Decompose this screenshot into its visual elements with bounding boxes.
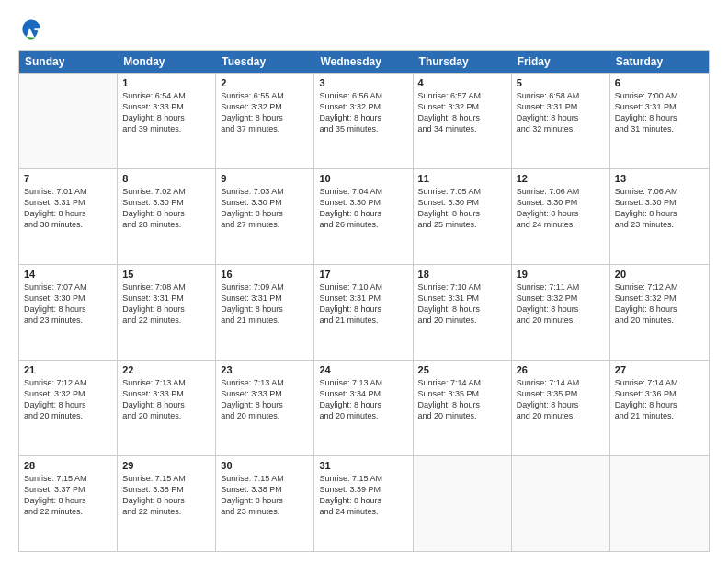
day-cell-24: 24Sunrise: 7:13 AMSunset: 3:34 PMDayligh… [314,361,413,455]
day-number: 9 [221,173,309,184]
day-number: 5 [517,77,605,88]
day-number: 17 [319,269,407,280]
day-cell-3: 3Sunrise: 6:56 AMSunset: 3:32 PMDaylight… [314,74,413,168]
day-number: 4 [418,77,506,88]
day-number: 31 [319,460,407,471]
day-details: Sunrise: 7:14 AMSunset: 3:35 PMDaylight:… [517,377,605,422]
day-details: Sunrise: 7:14 AMSunset: 3:36 PMDaylight:… [615,377,704,422]
day-cell-10: 10Sunrise: 7:04 AMSunset: 3:30 PMDayligh… [314,169,413,264]
day-cell-28: 28Sunrise: 7:15 AMSunset: 3:37 PMDayligh… [19,456,118,551]
day-number: 19 [517,269,605,280]
day-details: Sunrise: 7:11 AMSunset: 3:32 PMDaylight:… [517,282,605,327]
day-details: Sunrise: 7:06 AMSunset: 3:30 PMDaylight:… [517,186,605,231]
day-cell-16: 16Sunrise: 7:09 AMSunset: 3:31 PMDayligh… [216,265,314,360]
day-cell-25: 25Sunrise: 7:14 AMSunset: 3:35 PMDayligh… [414,361,512,455]
day-number: 24 [319,364,407,375]
day-details: Sunrise: 6:55 AMSunset: 3:32 PMDaylight:… [221,90,309,135]
day-number: 12 [517,173,605,184]
header-day-saturday: Saturday [610,51,709,73]
day-cell-6: 6Sunrise: 7:00 AMSunset: 3:31 PMDaylight… [610,74,709,168]
page: SundayMondayTuesdayWednesdayThursdayFrid… [0,0,728,563]
day-details: Sunrise: 7:12 AMSunset: 3:32 PMDaylight:… [24,377,112,422]
day-number: 30 [221,460,309,471]
day-number: 22 [122,364,210,375]
calendar-row-1: 7Sunrise: 7:01 AMSunset: 3:31 PMDaylight… [19,168,709,264]
header-day-sunday: Sunday [19,51,118,73]
logo-icon [18,17,44,42]
header-day-friday: Friday [512,51,610,73]
day-cell-18: 18Sunrise: 7:10 AMSunset: 3:31 PMDayligh… [414,265,512,360]
day-cell-11: 11Sunrise: 7:05 AMSunset: 3:30 PMDayligh… [414,169,512,264]
header-day-thursday: Thursday [414,51,512,73]
day-cell-4: 4Sunrise: 6:57 AMSunset: 3:32 PMDaylight… [414,74,512,168]
day-number: 21 [24,364,112,375]
day-details: Sunrise: 6:54 AMSunset: 3:33 PMDaylight:… [122,90,210,135]
calendar: SundayMondayTuesdayWednesdayThursdayFrid… [18,50,710,552]
day-number: 15 [122,269,210,280]
calendar-header: SundayMondayTuesdayWednesdayThursdayFrid… [19,51,709,73]
day-number: 23 [221,364,309,375]
calendar-body: 1Sunrise: 6:54 AMSunset: 3:33 PMDaylight… [19,73,709,551]
day-number: 20 [615,269,704,280]
day-number: 3 [319,77,407,88]
day-details: Sunrise: 6:58 AMSunset: 3:31 PMDaylight:… [517,90,605,135]
day-details: Sunrise: 7:15 AMSunset: 3:39 PMDaylight:… [319,473,407,518]
header-day-wednesday: Wednesday [314,51,413,73]
day-number: 7 [24,173,112,184]
day-details: Sunrise: 7:13 AMSunset: 3:34 PMDaylight:… [319,377,407,422]
calendar-row-4: 28Sunrise: 7:15 AMSunset: 3:37 PMDayligh… [19,455,709,551]
day-details: Sunrise: 7:15 AMSunset: 3:38 PMDaylight:… [221,473,309,518]
header [18,17,710,42]
day-number: 14 [24,269,112,280]
day-cell-17: 17Sunrise: 7:10 AMSunset: 3:31 PMDayligh… [314,265,413,360]
day-cell-9: 9Sunrise: 7:03 AMSunset: 3:30 PMDaylight… [216,169,314,264]
day-number: 1 [122,77,210,88]
empty-cell-4-5 [512,456,610,551]
day-cell-31: 31Sunrise: 7:15 AMSunset: 3:39 PMDayligh… [314,456,413,551]
day-number: 29 [122,460,210,471]
day-cell-14: 14Sunrise: 7:07 AMSunset: 3:30 PMDayligh… [19,265,118,360]
day-details: Sunrise: 7:15 AMSunset: 3:37 PMDaylight:… [24,473,112,518]
day-details: Sunrise: 7:15 AMSunset: 3:38 PMDaylight:… [122,473,210,518]
day-details: Sunrise: 7:13 AMSunset: 3:33 PMDaylight:… [221,377,309,422]
day-details: Sunrise: 7:00 AMSunset: 3:31 PMDaylight:… [615,90,704,135]
day-number: 6 [615,77,704,88]
day-number: 25 [418,364,506,375]
day-details: Sunrise: 6:56 AMSunset: 3:32 PMDaylight:… [319,90,407,135]
logo [18,17,48,42]
day-details: Sunrise: 7:08 AMSunset: 3:31 PMDaylight:… [122,282,210,327]
day-number: 28 [24,460,112,471]
day-details: Sunrise: 7:14 AMSunset: 3:35 PMDaylight:… [418,377,506,422]
day-cell-13: 13Sunrise: 7:06 AMSunset: 3:30 PMDayligh… [610,169,709,264]
day-cell-12: 12Sunrise: 7:06 AMSunset: 3:30 PMDayligh… [512,169,610,264]
day-number: 18 [418,269,506,280]
day-number: 27 [615,364,704,375]
day-number: 13 [615,173,704,184]
calendar-row-0: 1Sunrise: 6:54 AMSunset: 3:33 PMDaylight… [19,73,709,168]
day-details: Sunrise: 7:06 AMSunset: 3:30 PMDaylight:… [615,186,704,231]
day-details: Sunrise: 7:12 AMSunset: 3:32 PMDaylight:… [615,282,704,327]
calendar-row-3: 21Sunrise: 7:12 AMSunset: 3:32 PMDayligh… [19,360,709,455]
day-details: Sunrise: 6:57 AMSunset: 3:32 PMDaylight:… [418,90,506,135]
day-cell-8: 8Sunrise: 7:02 AMSunset: 3:30 PMDaylight… [118,169,216,264]
day-cell-15: 15Sunrise: 7:08 AMSunset: 3:31 PMDayligh… [118,265,216,360]
day-cell-1: 1Sunrise: 6:54 AMSunset: 3:33 PMDaylight… [118,74,216,168]
day-cell-21: 21Sunrise: 7:12 AMSunset: 3:32 PMDayligh… [19,361,118,455]
day-details: Sunrise: 7:05 AMSunset: 3:30 PMDaylight:… [418,186,506,231]
day-cell-22: 22Sunrise: 7:13 AMSunset: 3:33 PMDayligh… [118,361,216,455]
header-day-monday: Monday [118,51,216,73]
day-number: 26 [517,364,605,375]
day-details: Sunrise: 7:13 AMSunset: 3:33 PMDaylight:… [122,377,210,422]
day-cell-2: 2Sunrise: 6:55 AMSunset: 3:32 PMDaylight… [216,74,314,168]
day-details: Sunrise: 7:10 AMSunset: 3:31 PMDaylight:… [418,282,506,327]
day-cell-23: 23Sunrise: 7:13 AMSunset: 3:33 PMDayligh… [216,361,314,455]
day-number: 8 [122,173,210,184]
day-details: Sunrise: 7:01 AMSunset: 3:31 PMDaylight:… [24,186,112,231]
day-cell-19: 19Sunrise: 7:11 AMSunset: 3:32 PMDayligh… [512,265,610,360]
day-cell-27: 27Sunrise: 7:14 AMSunset: 3:36 PMDayligh… [610,361,709,455]
day-details: Sunrise: 7:09 AMSunset: 3:31 PMDaylight:… [221,282,309,327]
day-details: Sunrise: 7:03 AMSunset: 3:30 PMDaylight:… [221,186,309,231]
day-details: Sunrise: 7:10 AMSunset: 3:31 PMDaylight:… [319,282,407,327]
day-cell-7: 7Sunrise: 7:01 AMSunset: 3:31 PMDaylight… [19,169,118,264]
day-number: 10 [319,173,407,184]
